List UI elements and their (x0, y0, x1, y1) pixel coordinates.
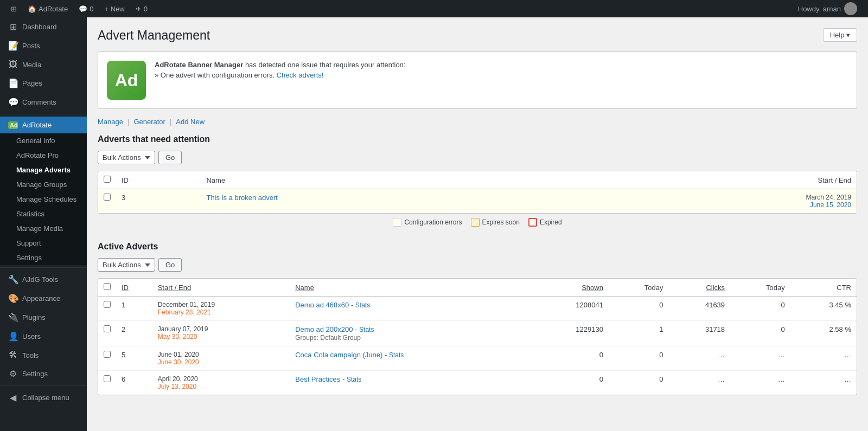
dashboard-icon: ⊞ (8, 22, 18, 32)
row-checkbox[interactable] (104, 194, 111, 201)
nav-manage[interactable]: Manage (98, 118, 123, 126)
adminbar-howdy[interactable]: Howdy, arnan (793, 2, 863, 15)
admin-bar: ⊞ 🏠 AdRotate 💬 0 + New ✈ 0 Howdy, arnan (0, 0, 868, 17)
comments-icon: 💬 (79, 5, 87, 13)
stats-link[interactable]: Stats (389, 351, 404, 359)
sidebar-item-plugins[interactable]: 🔌 Plugins (0, 308, 87, 327)
row-checkbox[interactable] (104, 351, 111, 358)
sidebar-item-settings[interactable]: ⚙ Settings (0, 364, 87, 383)
active-th-today-clicks: Today (730, 279, 790, 297)
attention-bulk-select[interactable]: Bulk Actions (98, 151, 155, 164)
sidebar-item-comments[interactable]: 💬 Comments (0, 93, 87, 112)
submenu-adrotate-pro[interactable]: AdRotate Pro (0, 148, 87, 163)
active-select-all[interactable] (104, 283, 111, 290)
legend-expired: Expired (528, 218, 562, 227)
home-icon: 🏠 (28, 5, 36, 13)
legend: Configuration errors Expires soon Expire… (98, 214, 857, 231)
attention-th-startend: Start / End (591, 171, 857, 189)
submenu-manage-media[interactable]: Manage Media (0, 221, 87, 236)
adminbar-new[interactable]: + New (99, 0, 130, 17)
attention-go-button[interactable]: Go (158, 151, 182, 164)
ajdg-icon: 🔧 (8, 274, 18, 285)
active-bulk-bar: Bulk Actions Go (98, 258, 857, 272)
attention-th-id: ID (116, 171, 201, 189)
attention-section: Adverts that need attention Bulk Actions… (98, 134, 857, 231)
posts-icon: 📝 (8, 41, 18, 51)
sidebar-item-media[interactable]: 🖼 Media (0, 55, 87, 74)
pages-icon: 📄 (8, 78, 18, 88)
sidebar: ⊞ Dashboard 📝 Posts 🖼 Media 📄 Pages 💬 Co… (0, 17, 87, 431)
sidebar-item-posts[interactable]: 📝 Posts (0, 36, 87, 55)
submenu-general-info[interactable]: General Info (0, 133, 87, 148)
sidebar-item-collapse[interactable]: ◀ Collapse menu (0, 388, 87, 407)
active-bulk-select[interactable]: Bulk Actions (98, 258, 155, 272)
check-adverts-link[interactable]: Check adverts! (277, 71, 324, 79)
sidebar-item-adrotate[interactable]: Ad AdRotate (0, 117, 87, 133)
users-icon: 👤 (8, 331, 18, 342)
appearance-icon: 🎨 (8, 293, 18, 304)
ad-logo: Ad (107, 61, 146, 100)
row-id: 3 (116, 189, 201, 214)
notice-brand: AdRotate Banner Manager (155, 61, 243, 69)
nav-generator[interactable]: Generator (133, 118, 165, 126)
advert-link[interactable]: Coca Cola campaign (June) (295, 351, 382, 359)
submenu-manage-schedules[interactable]: Manage Schedules (0, 192, 87, 207)
nav-tabs: Manage | Generator | Add New (98, 118, 857, 126)
notice-message: has detected one issue that requires you… (245, 61, 406, 69)
legend-expires-soon: Expires soon (471, 218, 520, 227)
advert-link[interactable]: This is a broken advert (206, 194, 278, 202)
advert-link[interactable]: Demo ad 468x60 (295, 301, 349, 309)
help-button[interactable]: Help ▾ (823, 28, 857, 42)
stats-link[interactable]: Stats (347, 376, 361, 383)
submenu-statistics[interactable]: Statistics (0, 207, 87, 221)
table-row: 1 December 01, 2019 February 28, 2021 De… (98, 297, 857, 321)
active-table: ID Start / End Name Shown Today Clicks T… (98, 279, 857, 395)
sidebar-item-users[interactable]: 👤 Users (0, 327, 87, 346)
active-go-button[interactable]: Go (158, 258, 182, 272)
active-section: Active Adverts Bulk Actions Go ID Start … (98, 242, 857, 395)
adminbar-site-name[interactable]: 🏠 AdRotate (22, 0, 73, 17)
adminbar-wp-logo[interactable]: ⊞ (5, 0, 22, 17)
row-checkbox[interactable] (104, 301, 111, 308)
active-th-ctr: CTR (790, 279, 857, 297)
settings-icon: ⚙ (8, 369, 18, 379)
main-content: Advert Management Help ▾ Ad AdRotate Ban… (87, 17, 868, 431)
row-dates: March 24, 2019 June 15, 2020 (591, 189, 857, 214)
adminbar-flight[interactable]: ✈ 0 (130, 0, 153, 17)
sidebar-item-dashboard[interactable]: ⊞ Dashboard (0, 17, 87, 36)
submenu-settings[interactable]: Settings (0, 250, 87, 265)
notice-sub-message: » One advert with configuration errors. (155, 71, 275, 79)
submenu-manage-groups[interactable]: Manage Groups (0, 177, 87, 192)
nav-add-new[interactable]: Add New (176, 118, 205, 126)
attention-table-container: ID Name Start / End 3 This is a broken a… (98, 171, 857, 214)
row-name: This is a broken advert (201, 189, 590, 214)
page-title: Advert Management (98, 28, 210, 43)
row-checkbox[interactable] (104, 325, 111, 332)
notice-text: AdRotate Banner Manager has detected one… (155, 61, 848, 81)
sidebar-item-appearance[interactable]: 🎨 Appearance (0, 289, 87, 308)
stats-link[interactable]: Stats (355, 301, 370, 309)
groups-text: Groups: Default Group (295, 334, 361, 342)
active-th-startend: Start / End (152, 279, 290, 297)
sidebar-item-pages[interactable]: 📄 Pages (0, 74, 87, 93)
active-th-shown: Shown (531, 279, 609, 297)
submenu-manage-adverts[interactable]: Manage Adverts (0, 163, 87, 177)
adminbar-comments[interactable]: 💬 0 (73, 0, 99, 17)
attention-select-all[interactable] (104, 176, 111, 183)
table-row: 2 January 07, 2019 May 30, 2020 Demo ad … (98, 321, 857, 346)
wp-logo-icon: ⊞ (11, 5, 17, 13)
sidebar-item-ajdg-tools[interactable]: 🔧 AJdG Tools (0, 270, 87, 289)
table-row: 3 This is a broken advert March 24, 2019… (98, 189, 857, 214)
active-table-container: ID Start / End Name Shown Today Clicks T… (98, 278, 857, 395)
sidebar-item-tools[interactable]: 🛠 Tools (0, 346, 87, 364)
config-errors-swatch (393, 218, 401, 227)
collapse-icon: ◀ (8, 393, 18, 403)
table-row: 6 April 20, 2020 July 13, 2020 Best Prac… (98, 371, 857, 395)
tools-icon: 🛠 (8, 350, 18, 360)
active-th-name: Name (290, 279, 531, 297)
row-checkbox[interactable] (104, 375, 111, 382)
advert-link[interactable]: Demo ad 200x200 (295, 325, 353, 333)
stats-link[interactable]: Stats (359, 326, 374, 333)
advert-link[interactable]: Best Practices (295, 375, 340, 383)
submenu-support[interactable]: Support (0, 236, 87, 250)
